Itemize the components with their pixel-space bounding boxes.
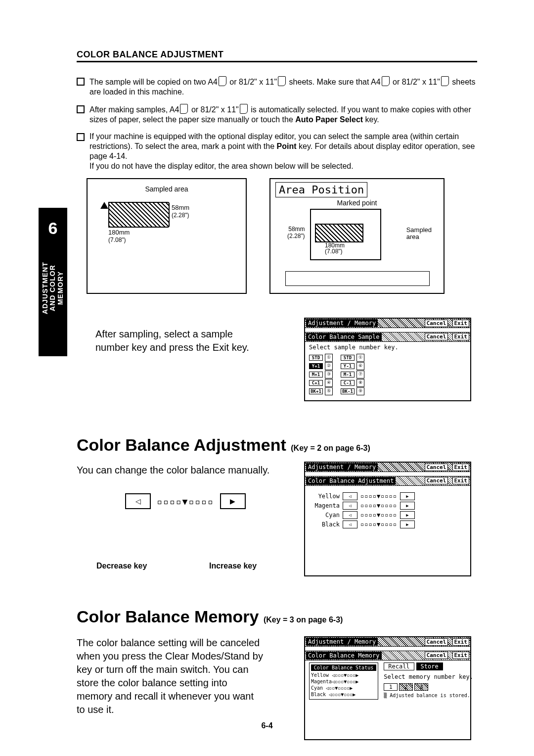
area-position-diagram: Area Position Marked point 58mm(2.28") 1…	[269, 178, 445, 294]
number-key[interactable]: ⑧	[356, 379, 364, 387]
portrait-icon	[278, 76, 286, 86]
cancel-button[interactable]: Cancel	[425, 333, 448, 340]
exit-button[interactable]: Exit	[452, 477, 470, 484]
number-key[interactable]: ④	[325, 379, 333, 387]
status-line: Magenta◁▫▫▫▼▫▫▫▶	[311, 678, 376, 685]
sample-select-panel: Adjustment / Memory Cancel Exit Color Ba…	[304, 318, 471, 401]
sample-key[interactable]: Y+1	[309, 363, 323, 369]
exit-button[interactable]: Exit	[452, 652, 470, 659]
bullet-icon	[77, 133, 85, 141]
number-key[interactable]: ②	[325, 362, 333, 370]
decrease-key[interactable]: ◁	[343, 502, 357, 510]
bullet-item: After making samples, A4 or 81/2" x 11" …	[77, 104, 477, 125]
color-label: Magenta	[314, 502, 340, 509]
cancel-button[interactable]: Cancel	[425, 638, 448, 646]
color-balance-memory-heading: Color Balance Memory (Key = 3 on page 6-…	[77, 607, 477, 626]
memory-slot[interactable]: 2	[399, 683, 413, 691]
sub-panel-title: Color Balance Sample	[306, 333, 382, 341]
dimension-58: 58mm(2.28")	[287, 226, 305, 239]
color-label: Black	[314, 521, 340, 528]
portrait-icon	[240, 104, 248, 114]
decrease-key[interactable]: ◁	[125, 493, 151, 509]
number-key[interactable]: ⑨	[356, 387, 364, 395]
increase-key[interactable]: ▶	[400, 492, 415, 500]
cancel-button[interactable]: Cancel	[425, 652, 448, 659]
color-balance-status-box: Color Balance Status Yellow ◁▫▫▫▼▫▫▫▶ Ma…	[309, 662, 378, 700]
portrait-icon	[219, 76, 226, 86]
dimension-58: 58mm(2.28")	[172, 204, 189, 219]
exit-button[interactable]: Exit	[452, 333, 470, 340]
bullet-icon	[77, 78, 85, 86]
bullet-item: If your machine is equipped with the opt…	[77, 132, 477, 171]
sample-key[interactable]: C+1	[309, 380, 323, 386]
decrease-label: Decrease key	[96, 562, 147, 570]
exit-button[interactable]: Exit	[452, 638, 470, 646]
memory-intro-text: The color balance setting will be cancel…	[77, 636, 265, 716]
increase-key[interactable]: ▶	[220, 493, 246, 509]
after-sampling-text: After sampling, select a sample number k…	[95, 328, 268, 354]
sample-key[interactable]: BK-1	[341, 388, 355, 394]
number-key[interactable]: ③	[325, 371, 333, 378]
panel-message: Select sample number key.	[309, 344, 466, 351]
exit-button[interactable]: Exit	[452, 464, 470, 471]
number-key[interactable]: ①	[325, 354, 333, 362]
editor-toolbar	[285, 271, 430, 286]
portrait-icon	[180, 104, 188, 114]
sample-key[interactable]: STD	[341, 355, 355, 361]
cancel-button[interactable]: Cancel	[425, 477, 448, 484]
memory-slot[interactable]: 3	[414, 683, 428, 691]
increase-key[interactable]: ▶	[400, 502, 415, 510]
panel-title: Adjustment / Memory	[306, 319, 378, 327]
number-key[interactable]: ①	[356, 354, 364, 362]
diagram-title: Area Position	[275, 182, 367, 197]
slider-scale: ▫▫▫▫▼▫▫▫▫	[360, 493, 397, 500]
dimension-180: 180mm(7.08")	[325, 242, 345, 254]
memory-note: ▒ Adjusted balance is stored.	[384, 693, 462, 698]
page-number: 6-4	[0, 721, 534, 730]
sampled-area-diagram: Sampled area 58mm(2.28") 180mm(7.08")	[87, 178, 247, 294]
color-balance-adjustment-heading: Color Balance Adjustment (Key = 2 on pag…	[77, 435, 477, 455]
sample-key[interactable]: Y-1	[341, 363, 355, 369]
number-key[interactable]: ⑦	[356, 371, 364, 378]
sample-key[interactable]: M+1	[309, 372, 323, 378]
number-key[interactable]: ⑤	[325, 387, 333, 395]
sample-key[interactable]: C-1	[341, 380, 355, 386]
number-key[interactable]: ⑥	[356, 362, 364, 370]
portrait-icon	[382, 76, 390, 86]
arrow-icon	[100, 202, 108, 209]
bullet-icon	[77, 105, 85, 113]
exit-button[interactable]: Exit	[452, 320, 470, 327]
store-button[interactable]: Store	[416, 662, 443, 670]
side-tab: 6 ADJUSTMENT AND COLOR MEMORY	[39, 208, 67, 356]
sub-panel-title: Color Balance Memory	[306, 652, 382, 660]
dimension-180: 180mm(7.08")	[108, 229, 130, 243]
increase-key[interactable]: ▶	[400, 520, 415, 528]
increase-label: Increase key	[209, 562, 257, 570]
memory-hint: Select memory number key.	[384, 673, 462, 680]
chapter-title: ADJUSTMENT AND COLOR MEMORY	[42, 251, 64, 325]
cancel-button[interactable]: Cancel	[425, 320, 448, 327]
recall-button[interactable]: Recall	[384, 662, 414, 670]
panel-title: Adjustment / Memory	[306, 463, 378, 471]
slider-scale: ▫▫▫▫▼▫▫▫▫	[157, 496, 214, 507]
memory-slot[interactable]: 1	[384, 683, 398, 691]
bullet-item: The sample will be copied on two A4 or 8…	[77, 76, 477, 97]
color-label: Cyan	[314, 512, 340, 519]
sample-key[interactable]: BK+1	[309, 388, 323, 394]
sampled-area-label: Sampledarea	[406, 227, 432, 241]
status-line: Black ◁▫▫▫▼▫▫▫▶	[311, 691, 376, 698]
hatched-area	[108, 202, 170, 228]
decrease-key[interactable]: ◁	[343, 492, 357, 500]
sample-key[interactable]: M-1	[341, 372, 355, 378]
slider-scale: ▫▫▫▫▼▫▫▫▫	[360, 521, 397, 528]
slider-scale: ▫▫▫▫▼▫▫▫▫	[360, 512, 397, 519]
status-line: Yellow ◁▫▫▫▼▫▫▫▶	[311, 672, 376, 678]
decrease-key[interactable]: ◁	[343, 520, 357, 528]
adj-key-diagram: ◁ ▫▫▫▫▼▫▫▫▫ ▶	[96, 489, 274, 519]
sample-key[interactable]: STD	[309, 355, 323, 361]
decrease-key[interactable]: ◁	[343, 511, 357, 519]
cancel-button[interactable]: Cancel	[425, 464, 448, 471]
sub-panel-title: Color Balance Adjustment	[306, 477, 396, 485]
increase-key[interactable]: ▶	[400, 511, 415, 519]
slider-scale: ▫▫▫▫▼▫▫▫▫	[360, 502, 397, 509]
